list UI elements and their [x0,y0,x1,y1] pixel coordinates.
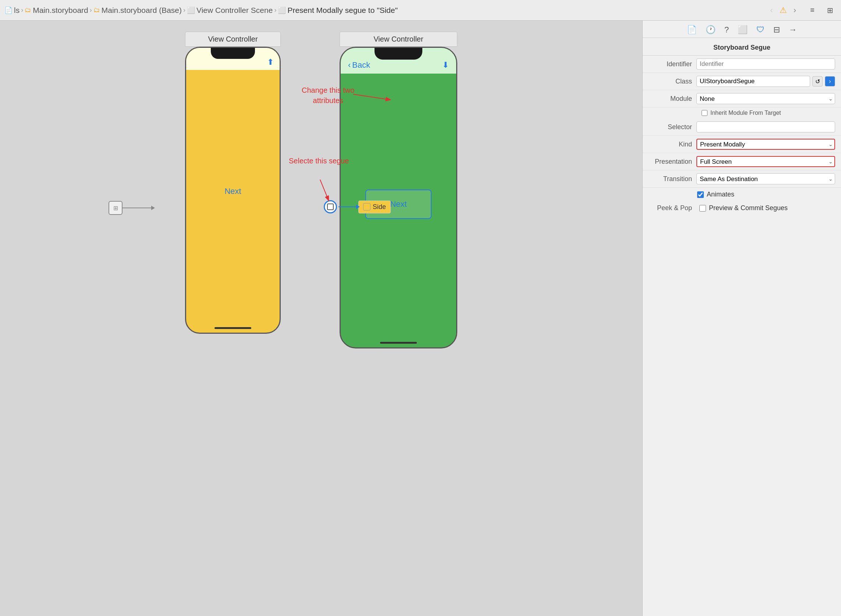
kind-select-wrap: Present Modally Show Show Detail Present… [696,139,835,150]
back-button[interactable]: ‹ Back [348,60,370,70]
animates-row: Animates [643,188,841,201]
phone-body-1: Next [186,70,280,313]
side-badge: Side [358,201,391,213]
identifier-row: Identifier [643,56,841,73]
class-input-group: ↺ › [696,76,835,87]
grid-icon[interactable]: ⊞ [823,4,837,17]
module-row: Module None ⌄ [643,90,841,107]
peek-label: Peek & Pop [649,204,696,212]
module-label: Module [649,95,696,103]
square-icon[interactable]: ⬜ [738,25,747,35]
presentation-label: Presentation [649,158,696,166]
peek-text: Preview & Commit Segues [709,204,788,212]
warning-button[interactable]: ⚠ [777,4,789,16]
home-indicator-2 [380,342,417,344]
transition-row: Transition Same As Destination Cover Ver… [643,170,841,188]
module-select-wrap: None ⌄ [696,93,835,104]
svg-line-1 [320,180,328,200]
arrow-icon[interactable]: → [789,25,797,35]
slider-icon[interactable]: ⊟ [773,25,780,35]
class-input[interactable] [696,76,810,87]
class-refresh-button[interactable]: ↺ [812,76,823,87]
segue-icon-1: ⊞ [113,205,118,211]
next-button-label: Next [390,199,406,209]
phone-notch-2 [375,48,422,60]
presentation-row: Presentation Full Screen Automatic Curre… [643,153,841,170]
peek-row: Peek & Pop Preview & Commit Segues [643,201,841,215]
animates-checkbox[interactable] [697,191,704,198]
inspector-top-icons: 📄 🕐 ? ⬜ 🛡 ⊟ → [643,21,841,38]
segue-icon-box-1: ⊞ [108,201,123,215]
breadcrumb-item-3[interactable]: 🗂 Main.storyboard (Base) [94,6,182,15]
vc2-label: View Controller [340,32,457,47]
segue-circle-inner [327,204,334,210]
class-label: Class [649,78,696,85]
toolbar-icons: ≡ ⊞ [806,4,837,17]
share-icon[interactable]: ⬆ [267,57,274,67]
clock-icon[interactable]: 🕐 [706,25,715,35]
annotation-change-attributes: Change this twoattributes [302,85,354,106]
transition-select[interactable]: Same As Destination Cover Vertical Flip … [696,173,835,184]
segue-circle[interactable] [324,200,337,213]
selector-row: Selector [643,119,841,136]
kind-row: Kind Present Modally Show Show Detail Pr… [643,136,841,153]
identifier-input[interactable] [696,59,835,70]
side-icon [363,203,371,210]
vc1-panel: View Controller ⬆ Next [185,32,281,334]
navigation-buttons: ‹ ⚠ › [768,4,799,16]
peek-checkbox[interactable] [699,205,706,211]
presentation-select-wrap: Full Screen Automatic Current Context Pa… [696,156,835,167]
phone-mockup-1[interactable]: ⬆ Next [185,47,281,334]
transition-label: Transition [649,175,696,183]
shield-icon[interactable]: 🛡 [756,25,765,35]
transition-select-wrap: Same As Destination Cover Vertical Flip … [696,173,835,184]
breadcrumb-item-2[interactable]: 🗂 Main.storyboard [25,6,88,15]
segue-connector-1: ⊞ [108,201,152,215]
topbar: 📄 ls › 🗂 Main.storyboard › 🗂 Main.storyb… [0,0,841,21]
phone-notch-1 [211,48,255,59]
segue-connector-2: Side [324,200,391,213]
class-arrow-button[interactable]: › [825,76,835,87]
selector-input[interactable] [696,122,835,132]
phone-mockup-2[interactable]: ‹ Back ⬇ Next [340,47,457,349]
doc-icon[interactable]: 📄 [687,25,697,35]
kind-select[interactable]: Present Modally Show Show Detail Present… [696,139,835,150]
inherit-label: Inherit Module From Target [711,110,781,116]
question-icon[interactable]: ? [724,25,729,35]
breadcrumb-item-4[interactable]: ⬜ View Controller Scene [187,6,273,15]
vc2-panel: View Controller ‹ Back ⬇ Next [340,32,457,349]
class-row: Class ↺ › [643,73,841,90]
animates-label: Animates [707,191,734,198]
next-label-1: Next [224,186,241,196]
presentation-select[interactable]: Full Screen Automatic Current Context Pa… [696,156,835,167]
canvas-area[interactable]: View Controller ⬆ Next ⊞ View [0,21,642,616]
vc1-label: View Controller [185,32,281,47]
kind-label: Kind [649,141,696,148]
inherit-row: Inherit Module From Target [643,107,841,119]
list-icon[interactable]: ≡ [806,4,819,17]
forward-nav-button[interactable]: › [791,4,799,16]
inspector-panel: 📄 🕐 ? ⬜ 🛡 ⊟ → Storyboard Segue Identifie… [642,21,841,616]
main-content: View Controller ⬆ Next ⊞ View [0,21,841,616]
inherit-checkbox[interactable] [702,110,708,116]
selector-label: Selector [649,123,696,131]
module-select[interactable]: None [696,93,835,104]
identifier-label: Identifier [649,60,696,68]
download-icon[interactable]: ⬇ [442,60,449,70]
back-nav-button[interactable]: ‹ [768,4,775,16]
breadcrumb-item-5[interactable]: ⬜ Present Modally segue to "Side" [278,6,398,15]
arrows-overlay [0,21,574,352]
annotation-select-segue: Selecte this segue [289,157,349,165]
home-indicator-1 [214,327,251,329]
breadcrumb: 📄 ls › 🗂 Main.storyboard › 🗂 Main.storyb… [4,6,398,15]
inspector-title: Storyboard Segue [643,38,841,56]
breadcrumb-item-1[interactable]: 📄 ls [4,6,19,15]
